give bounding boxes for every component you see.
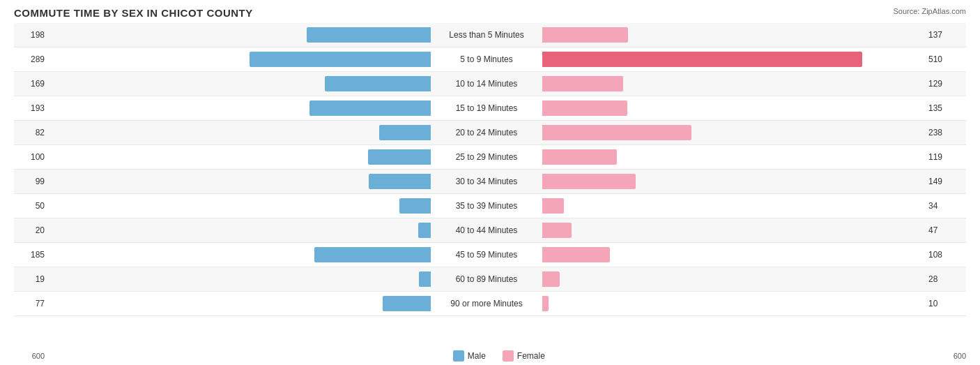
female-bar — [542, 174, 636, 189]
legend-male: Male — [453, 350, 486, 362]
right-bar-area — [542, 76, 924, 91]
male-bar — [379, 125, 431, 140]
male-value: 20 — [14, 225, 49, 235]
female-bar — [542, 198, 564, 214]
female-bar — [542, 247, 610, 262]
table-row: 77 90 or more Minutes 10 — [14, 292, 966, 316]
left-bar-area — [49, 296, 431, 311]
table-row: 185 45 to 59 Minutes 108 — [14, 243, 966, 267]
male-value: 169 — [14, 79, 49, 89]
table-row: 193 15 to 19 Minutes 135 — [14, 96, 966, 121]
right-bar-area — [542, 100, 924, 116]
footer-row: 600 Male Female 600 — [14, 350, 966, 362]
table-row: 198 Less than 5 Minutes 137 — [14, 23, 966, 47]
male-bar — [314, 247, 431, 262]
male-value: 19 — [14, 274, 49, 284]
row-label: 40 to 44 Minutes — [431, 225, 542, 235]
row-label: 90 or more Minutes — [431, 299, 542, 308]
male-value: 185 — [14, 250, 49, 260]
male-bar — [419, 271, 431, 287]
source-text: Source: ZipAtlas.com — [893, 7, 966, 15]
female-bar — [542, 52, 862, 67]
row-label: 20 to 24 Minutes — [431, 128, 542, 137]
table-row: 50 35 to 39 Minutes 34 — [14, 194, 966, 218]
row-label: 60 to 89 Minutes — [431, 274, 542, 284]
chart-title: COMMUTE TIME BY SEX IN CHICOT COUNTY — [14, 7, 966, 19]
left-bar-area — [49, 223, 431, 238]
right-bar-area — [542, 247, 924, 262]
row-label: 35 to 39 Minutes — [431, 201, 542, 211]
female-bar — [542, 223, 572, 238]
table-row: 19 60 to 89 Minutes 28 — [14, 267, 966, 292]
male-value: 289 — [14, 54, 49, 64]
right-bar-area — [542, 174, 924, 189]
female-value: 137 — [924, 30, 966, 40]
left-bar-area — [49, 76, 431, 91]
female-bar — [542, 296, 549, 311]
legend-female: Female — [503, 350, 545, 362]
row-label: 15 to 19 Minutes — [431, 103, 542, 113]
male-value: 198 — [14, 30, 49, 40]
female-value: 47 — [924, 225, 966, 235]
row-label: 25 to 29 Minutes — [431, 152, 542, 162]
table-row: 289 5 to 9 Minutes 510 — [14, 47, 966, 72]
row-label: 10 to 14 Minutes — [431, 79, 542, 89]
female-bar — [542, 27, 628, 43]
male-value: 99 — [14, 177, 49, 186]
female-value: 510 — [924, 54, 966, 64]
male-bar — [399, 198, 431, 214]
female-value: 129 — [924, 79, 966, 89]
female-value: 119 — [924, 152, 966, 162]
left-bar-area — [49, 27, 431, 43]
right-bar-area — [542, 52, 924, 67]
female-bar — [542, 100, 627, 116]
female-bar — [542, 76, 623, 91]
right-bar-area — [542, 125, 924, 140]
female-value: 10 — [924, 299, 966, 308]
right-bar-area — [542, 27, 924, 43]
male-bar — [418, 223, 431, 238]
row-label: 5 to 9 Minutes — [431, 54, 542, 64]
legend-female-label: Female — [517, 351, 545, 361]
male-value: 77 — [14, 299, 49, 308]
row-label: 45 to 59 Minutes — [431, 250, 542, 260]
right-bar-area — [542, 149, 924, 165]
left-bar-area — [49, 125, 431, 140]
male-bar — [250, 52, 431, 67]
chart-container: COMMUTE TIME BY SEX IN CHICOT COUNTY Sou… — [0, 0, 980, 365]
right-bar-area — [542, 223, 924, 238]
axis-left: 600 — [14, 352, 49, 360]
legend-male-label: Male — [468, 351, 486, 361]
axis-right: 600 — [949, 352, 966, 360]
table-row: 99 30 to 34 Minutes 149 — [14, 170, 966, 194]
legend-female-box — [503, 350, 514, 362]
left-bar-area — [49, 149, 431, 165]
left-bar-area — [49, 52, 431, 67]
male-bar — [309, 100, 431, 116]
table-row: 20 40 to 44 Minutes 47 — [14, 218, 966, 243]
table-row: 82 20 to 24 Minutes 238 — [14, 121, 966, 145]
female-value: 28 — [924, 274, 966, 284]
row-label: Less than 5 Minutes — [431, 30, 542, 40]
right-bar-area — [542, 198, 924, 214]
female-value: 149 — [924, 177, 966, 186]
table-row: 100 25 to 29 Minutes 119 — [14, 145, 966, 170]
male-bar — [368, 149, 431, 165]
female-bar — [542, 149, 617, 165]
male-bar — [307, 27, 431, 43]
female-value: 135 — [924, 103, 966, 113]
female-value: 108 — [924, 250, 966, 260]
bars-wrapper: 198 Less than 5 Minutes 137 289 5 to 9 M… — [14, 23, 966, 316]
female-bar — [542, 125, 691, 140]
left-bar-area — [49, 100, 431, 116]
left-bar-area — [49, 174, 431, 189]
female-value: 34 — [924, 201, 966, 211]
row-label: 30 to 34 Minutes — [431, 177, 542, 186]
male-value: 82 — [14, 128, 49, 137]
male-bar — [369, 174, 431, 189]
male-bar — [383, 296, 431, 311]
female-value: 238 — [924, 128, 966, 137]
right-bar-area — [542, 296, 924, 311]
male-bar — [325, 76, 431, 91]
female-bar — [542, 271, 560, 287]
